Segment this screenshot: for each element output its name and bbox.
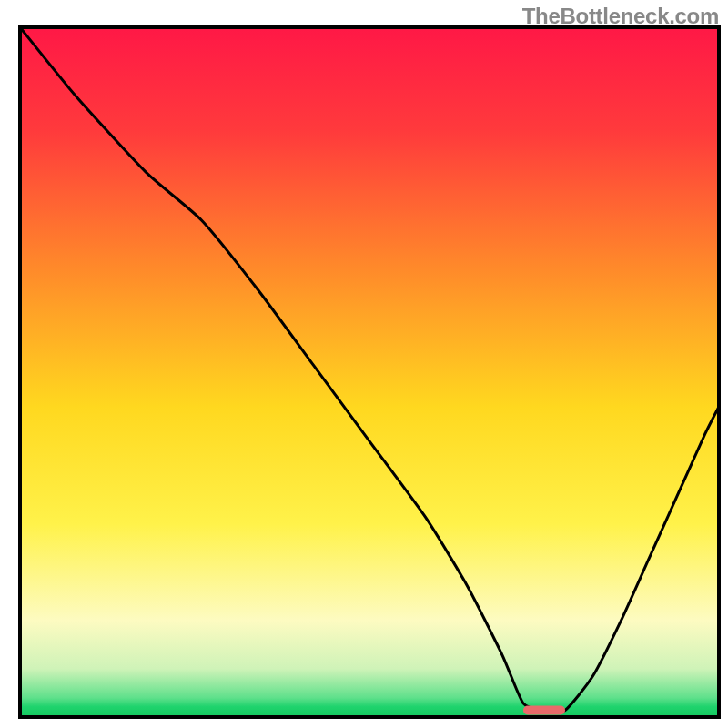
- chart-background: [20, 27, 719, 717]
- watermark-text: TheBottleneck.com: [522, 4, 719, 29]
- minimum-marker: [523, 705, 565, 714]
- bottleneck-chart: [0, 0, 728, 728]
- chart-container: TheBottleneck.com: [0, 0, 728, 728]
